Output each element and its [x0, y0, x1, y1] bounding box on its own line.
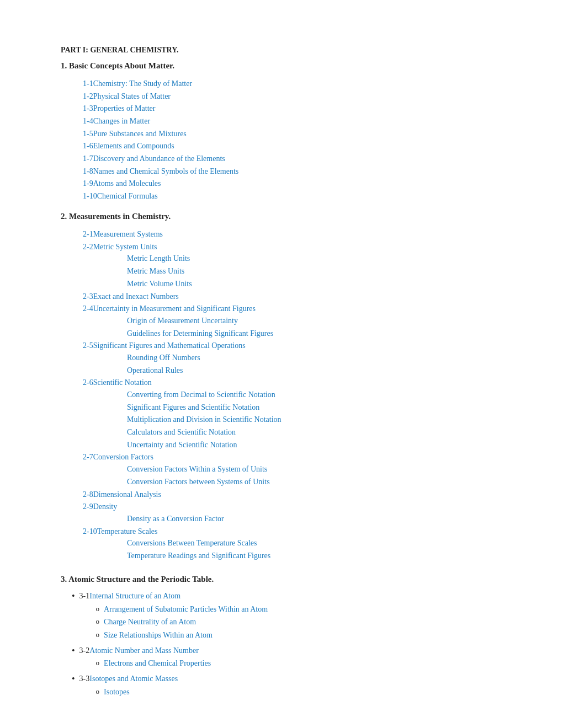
chapter-3-title: 3. Atomic Structure and the Periodic Tab…	[61, 573, 519, 586]
sub-3-3-isotopes-link[interactable]: Isotopes	[104, 686, 130, 698]
section-1-3: 1-3Properties of Matter	[83, 103, 519, 115]
sub-converting-decimal-link[interactable]: Converting from Decimal to Scientific No…	[127, 390, 275, 399]
chapter-1-title: 1. Basic Concepts About Matter.	[61, 60, 519, 72]
section-1-5-link[interactable]: 1-5Pure Substances and Mixtures	[83, 130, 187, 138]
section-3-1-prefix: 3-1	[79, 592, 90, 600]
sub-metric-length-link[interactable]: Metric Length Units	[127, 254, 190, 263]
chapter-3: 3. Atomic Structure and the Periodic Tab…	[61, 573, 519, 699]
sub-3-1-charge: o Charge Neutrality of an Atom	[79, 616, 268, 628]
section-1-6-link[interactable]: 1-6Elements and Compounds	[83, 142, 174, 150]
sub-conv-within: Conversion Factors Within a System of Un…	[127, 463, 519, 475]
sub-origin-uncertainty-link[interactable]: Origin of Measurement Uncertainty	[127, 317, 238, 325]
sub-density-conv-link[interactable]: Density as a Conversion Factor	[127, 515, 224, 523]
chapter-2: 2. Measurements in Chemistry. 2-1Measure…	[61, 210, 519, 562]
sub-calculators-sci-link[interactable]: Calculators and Scientific Notation	[127, 428, 236, 436]
section-3-2: • 3-2Atomic Number and Mass Number o Ele…	[72, 645, 519, 671]
sub-guidelines-sigfig: Guidelines for Determining Significant F…	[127, 328, 519, 340]
sub-3-1-charge-link[interactable]: Charge Neutrality of an Atom	[104, 616, 196, 628]
sub-conv-between: Conversion Factors between Systems of Un…	[127, 476, 519, 488]
section-1-9: 1-9Atoms and Molecules	[83, 178, 519, 190]
section-3-1-subs: o Arrangement of Subatomic Particles Wit…	[79, 603, 268, 641]
sub-3-1-size: o Size Relationships Within an Atom	[79, 629, 268, 641]
section-3-1: • 3-1Internal Structure of an Atom o Arr…	[72, 590, 519, 643]
sub-sigfig-sci-link[interactable]: Significant Figures and Scientific Notat…	[127, 403, 259, 411]
section-1-7: 1-7Discovery and Abundance of the Elemen…	[83, 153, 519, 165]
section-2-10-subs: Conversions Between Temperature Scales T…	[83, 537, 519, 561]
section-1-8-link[interactable]: 1-8Names and Chemical Symbols of the Ele…	[83, 167, 238, 175]
section-3-3: • 3-3Isotopes and Atomic Masses o Isotop…	[72, 673, 519, 699]
section-1-9-link[interactable]: 1-9Atoms and Molecules	[83, 179, 161, 188]
sub-metric-mass: Metric Mass Units	[127, 265, 519, 277]
section-1-2-link[interactable]: 1-2Physical States of Matter	[83, 92, 171, 100]
section-1-1-link[interactable]: 1-1Chemistry: The Study of Matter	[83, 79, 192, 88]
section-2-10-link[interactable]: 2-10Temperature Scales	[83, 527, 157, 536]
section-1-3-link[interactable]: 1-3Properties of Matter	[83, 104, 155, 113]
section-2-6-subs: Converting from Decimal to Scientific No…	[83, 389, 519, 451]
section-2-7-subs: Conversion Factors Within a System of Un…	[83, 463, 519, 488]
section-3-3-link[interactable]: Isotopes and Atomic Masses	[89, 675, 178, 683]
section-2-1: 2-1Measurement Systems	[83, 228, 519, 240]
sub-bullet-o-5: o	[96, 686, 100, 697]
section-3-2-content: 3-2Atomic Number and Mass Number o Elect…	[79, 645, 211, 671]
sub-3-2-electrons-link[interactable]: Electrons and Chemical Properties	[104, 657, 211, 670]
section-2-2-link[interactable]: 2-2Metric System Units	[83, 243, 157, 251]
sub-3-3-isotopes: o Isotopes	[79, 686, 178, 698]
section-2-8-link[interactable]: 2-8Dimensional Analysis	[83, 490, 161, 499]
sub-density-conv: Density as a Conversion Factor	[127, 513, 519, 525]
sub-conv-between-link[interactable]: Conversion Factors between Systems of Un…	[127, 478, 270, 486]
section-3-3-content: 3-3Isotopes and Atomic Masses o Isotopes	[79, 673, 178, 699]
section-3-1-link[interactable]: Internal Structure of an Atom	[89, 592, 180, 600]
section-2-6-link[interactable]: 2-6Scientific Notation	[83, 378, 152, 387]
sub-conv-within-link[interactable]: Conversion Factors Within a System of Un…	[127, 465, 267, 473]
sub-rounding: Rounding Off Numbers	[127, 352, 519, 364]
section-3-3-subs: o Isotopes	[79, 686, 178, 698]
section-2-4-subs: Origin of Measurement Uncertainty Guidel…	[83, 315, 519, 339]
part-1-heading: PART I: GENERAL CHEMISTRY.	[61, 44, 519, 56]
section-2-7-link[interactable]: 2-7Conversion Factors	[83, 453, 153, 461]
section-2-3-link[interactable]: 2-3Exact and Inexact Numbers	[83, 292, 179, 301]
section-1-4-link[interactable]: 1-4Changes in Matter	[83, 117, 150, 125]
sub-3-1-arrangement: o Arrangement of Subatomic Particles Wit…	[79, 603, 268, 615]
bullet-3-2: •	[72, 645, 75, 657]
sub-metric-volume-link[interactable]: Metric Volume Units	[127, 280, 192, 288]
section-3-2-subs: o Electrons and Chemical Properties	[79, 657, 211, 670]
sub-metric-volume: Metric Volume Units	[127, 278, 519, 290]
sub-bullet-o-4: o	[96, 657, 100, 668]
section-2-5-link[interactable]: 2-5Significant Figures and Mathematical …	[83, 341, 246, 350]
sub-rounding-link[interactable]: Rounding Off Numbers	[127, 354, 200, 362]
sub-metric-mass-link[interactable]: Metric Mass Units	[127, 267, 184, 275]
section-1-10-link[interactable]: 1-10Chemical Formulas	[83, 192, 158, 200]
section-2-6: 2-6Scientific Notation Converting from D…	[83, 377, 519, 451]
section-2-10: 2-10Temperature Scales Conversions Betwe…	[83, 526, 519, 562]
section-1-4: 1-4Changes in Matter	[83, 115, 519, 127]
section-2-9-subs: Density as a Conversion Factor	[83, 513, 519, 525]
sub-uncertainty-sci-link[interactable]: Uncertainty and Scientific Notation	[127, 441, 237, 449]
chapter-1-sections: 1-1Chemistry: The Study of Matter 1-2Phy…	[61, 78, 519, 202]
sub-temp-conv-link[interactable]: Conversions Between Temperature Scales	[127, 539, 257, 547]
sub-operational-rules: Operational Rules	[127, 365, 519, 377]
sub-mult-div-sci-link[interactable]: Multiplication and Division in Scientifi…	[127, 415, 282, 424]
section-2-4-link[interactable]: 2-4Uncertainty in Measurement and Signif…	[83, 304, 256, 313]
sub-temp-sigfig-link[interactable]: Temperature Readings and Significant Fig…	[127, 552, 270, 560]
bullet-3-3: •	[72, 673, 75, 685]
part-1-label: PART I: GENERAL CHEMISTRY.	[61, 44, 519, 56]
sub-3-1-size-link[interactable]: Size Relationships Within an Atom	[104, 629, 213, 641]
sub-operational-rules-link[interactable]: Operational Rules	[127, 366, 183, 374]
section-1-1: 1-1Chemistry: The Study of Matter	[83, 78, 519, 90]
section-3-3-prefix: 3-3	[79, 675, 90, 683]
section-2-1-link[interactable]: 2-1Measurement Systems	[83, 230, 163, 238]
sub-mult-div-sci: Multiplication and Division in Scientifi…	[127, 414, 519, 426]
sub-bullet-o-3: o	[96, 629, 100, 640]
sub-guidelines-sigfig-link[interactable]: Guidelines for Determining Significant F…	[127, 329, 273, 338]
section-2-2: 2-2Metric System Units Metric Length Uni…	[83, 241, 519, 290]
section-2-9-link[interactable]: 2-9Density	[83, 502, 117, 511]
section-1-2: 1-2Physical States of Matter	[83, 90, 519, 103]
section-3-2-link[interactable]: Atomic Number and Mass Number	[89, 646, 199, 655]
sub-uncertainty-sci: Uncertainty and Scientific Notation	[127, 439, 519, 451]
section-1-5: 1-5Pure Substances and Mixtures	[83, 128, 519, 140]
section-2-7: 2-7Conversion Factors Conversion Factors…	[83, 451, 519, 488]
sub-3-1-arrangement-link[interactable]: Arrangement of Subatomic Particles Withi…	[104, 603, 268, 615]
sub-temp-conv: Conversions Between Temperature Scales	[127, 537, 519, 549]
sub-calculators-sci: Calculators and Scientific Notation	[127, 426, 519, 438]
section-1-7-link[interactable]: 1-7Discovery and Abundance of the Elemen…	[83, 154, 225, 163]
